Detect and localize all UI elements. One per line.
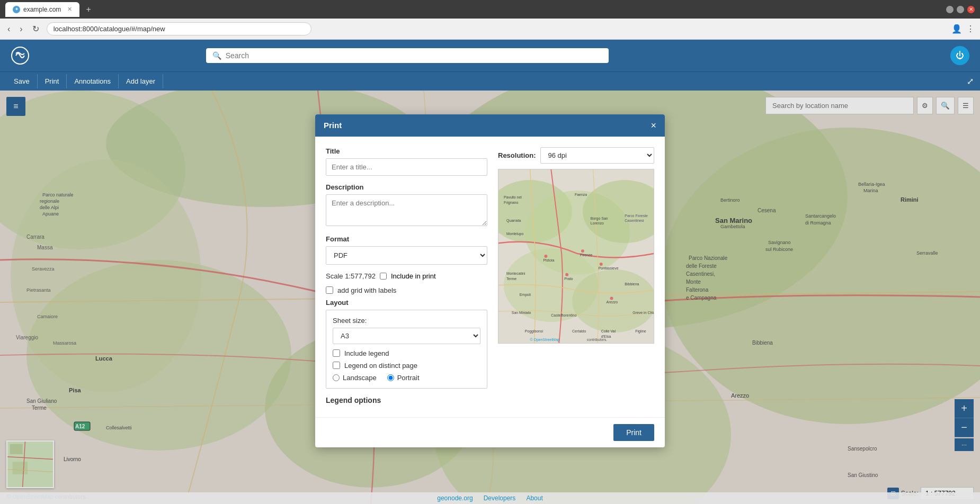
svg-text:Faenza: Faenza (575, 192, 587, 196)
annotations-button[interactable]: Annotations (67, 74, 119, 88)
app-header: 🔍 ⏻ (0, 40, 980, 71)
svg-text:Colle Val: Colle Val (601, 329, 616, 333)
svg-text:contributors.: contributors. (587, 337, 607, 341)
svg-text:Casentinesi: Casentinesi (625, 219, 644, 222)
add-layer-button[interactable]: Add layer (119, 74, 163, 88)
svg-point-69 (600, 262, 603, 265)
svg-text:Bibbiena: Bibbiena (625, 282, 639, 285)
sheet-size-label: Sheet size: (333, 317, 480, 325)
title-label: Title (326, 147, 487, 155)
add-grid-label: add grid with labels (337, 286, 396, 294)
dialog-close-button[interactable]: × (651, 121, 656, 130)
svg-text:© OpenStreetMap: © OpenStreetMap (530, 337, 560, 341)
title-input[interactable] (326, 158, 487, 176)
svg-text:Certaldo: Certaldo (572, 329, 586, 333)
svg-text:San Miniato: San Miniato (512, 311, 531, 314)
format-select[interactable]: PDF PNG JPEG (326, 246, 487, 265)
portrait-label[interactable]: Portrait (387, 374, 420, 382)
legend-options-title: Legend options (326, 396, 487, 404)
close-button[interactable]: ✕ (967, 6, 975, 13)
svg-text:Montecatini: Montecatini (506, 271, 525, 275)
svg-text:Prato: Prato (564, 276, 573, 280)
include-legend-row: Include legend (333, 349, 480, 357)
dialog-title: Print (324, 121, 342, 130)
browser-icons-right: 👤 ⋮ (951, 24, 975, 34)
svg-text:Castelfiorentino: Castelfiorentino (551, 313, 576, 317)
svg-text:Terme: Terme (506, 276, 516, 280)
minimize-button[interactable] (946, 6, 954, 13)
resolution-row: Resolution: 96 dpi 150 dpi 300 dpi (498, 147, 654, 164)
search-icon: 🔍 (212, 51, 221, 60)
print-submit-button[interactable]: Print (613, 424, 654, 441)
svg-text:Borgo San: Borgo San (591, 216, 608, 220)
save-button[interactable]: Save (6, 74, 38, 88)
landscape-text: Landscape (343, 374, 377, 382)
dialog-left: Title Description Format PDF PNG JPEG Sc… (326, 147, 487, 407)
include-legend-label: Include legend (344, 349, 389, 357)
dialog-right: Resolution: 96 dpi 150 dpi 300 dpi (498, 147, 654, 407)
dialog-header: Print × (315, 114, 665, 137)
legend-distinct-checkbox[interactable] (333, 362, 340, 369)
legend-distinct-row: Legend on distinct page (333, 362, 480, 370)
svg-text:Poggibonsi: Poggibonsi (525, 329, 544, 334)
portrait-text: Portrait (397, 374, 420, 382)
add-grid-checkbox[interactable] (326, 286, 333, 294)
svg-point-66 (544, 255, 547, 258)
extensions-icon[interactable]: ⋮ (966, 24, 975, 34)
tab-title: example.com (23, 6, 61, 13)
svg-text:Firenze: Firenze (580, 253, 592, 257)
forward-button[interactable]: › (17, 22, 24, 36)
svg-text:Pavullo nel: Pavullo nel (504, 195, 522, 199)
power-button[interactable]: ⏻ (950, 46, 969, 65)
layout-label: Layout (326, 299, 487, 307)
print-button[interactable]: Print (38, 74, 67, 88)
resolution-select[interactable]: 96 dpi 150 dpi 300 dpi (540, 147, 655, 164)
reload-button[interactable]: ↻ (30, 22, 41, 36)
portrait-radio[interactable] (387, 374, 394, 381)
legend-distinct-label: Legend on distinct page (344, 362, 417, 370)
map-preview: Pistoia Prato Firenze Pontassieve Arezzo… (498, 169, 654, 344)
description-label: Description (326, 183, 487, 191)
description-textarea[interactable] (326, 194, 487, 226)
address-bar-row: ‹ › ↻ 👤 ⋮ (0, 19, 980, 40)
svg-text:Montelupo: Montelupo (506, 232, 524, 236)
back-button[interactable]: ‹ (5, 22, 12, 36)
browser-tab[interactable]: ✦ example.com ✕ (5, 2, 79, 17)
logo-svg (11, 46, 30, 65)
dialog-body: Title Description Format PDF PNG JPEG Sc… (315, 137, 665, 417)
search-input[interactable] (226, 51, 602, 60)
map-area[interactable]: Carrara Massa Seravezza Pietrasanta Cama… (0, 91, 980, 504)
add-grid-row: add grid with labels (326, 286, 487, 294)
svg-text:Greve in Chianti: Greve in Chianti (632, 311, 654, 314)
sheet-size-select[interactable]: A3 A4 Letter (333, 328, 480, 344)
tab-close-icon[interactable]: ✕ (67, 6, 72, 13)
format-label: Format (326, 235, 487, 243)
restore-button[interactable] (957, 6, 964, 13)
svg-text:Figline: Figline (635, 329, 646, 334)
browser-chrome: ✦ example.com ✕ + ✕ (0, 0, 980, 19)
landscape-radio[interactable] (333, 374, 340, 381)
new-tab-button[interactable]: + (86, 5, 91, 14)
svg-point-70 (610, 296, 613, 300)
expand-button[interactable]: ⤢ (967, 76, 974, 86)
layout-box: Sheet size: A3 A4 Letter Include legend … (326, 310, 487, 389)
expand-icon: ⤢ (967, 77, 974, 86)
app-logo[interactable] (11, 46, 30, 65)
landscape-label[interactable]: Landscape (333, 374, 377, 382)
include-in-print-label: Include in print (391, 272, 436, 280)
dialog-footer: Print (315, 417, 665, 447)
profile-icon[interactable]: 👤 (951, 24, 962, 34)
svg-text:Frignano: Frignano (504, 200, 519, 204)
svg-text:Pistoia: Pistoia (543, 258, 554, 262)
svg-text:Arezzo: Arezzo (607, 300, 618, 304)
include-in-print-checkbox[interactable] (380, 273, 387, 280)
scale-text: Scale 1:577,792 (326, 272, 376, 280)
address-input[interactable] (47, 22, 311, 35)
svg-text:Quarrata: Quarrata (506, 219, 521, 223)
tab-favicon: ✦ (13, 6, 20, 13)
orientation-row: Landscape Portrait (333, 374, 480, 382)
svg-text:Parco Foreste: Parco Foreste (625, 213, 648, 217)
resolution-label: Resolution: (498, 151, 536, 159)
scale-row: Scale 1:577,792 Include in print (326, 272, 487, 280)
include-legend-checkbox[interactable] (333, 349, 340, 357)
